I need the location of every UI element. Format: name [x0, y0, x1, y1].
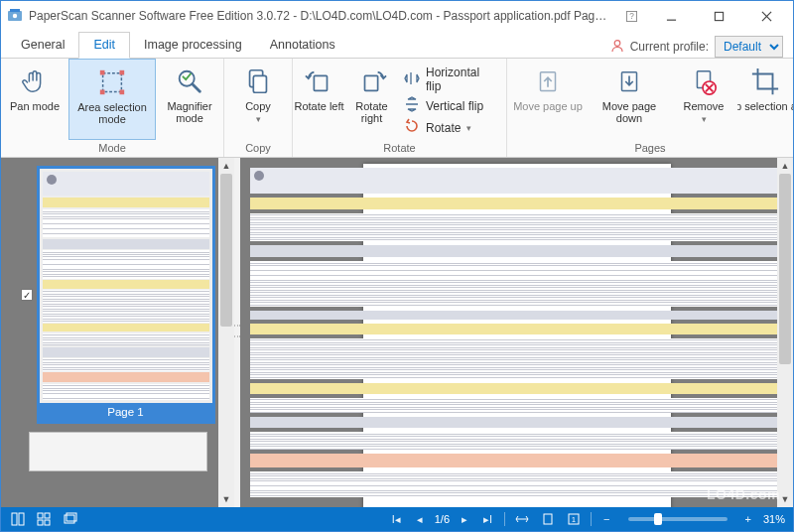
fit-page-icon[interactable]: [539, 510, 557, 528]
crop-icon: [750, 65, 780, 98]
title-bar: PaperScan Scanner Software Free Edition …: [1, 1, 793, 31]
move-page-down-button[interactable]: Move page down: [589, 59, 670, 140]
hand-icon: [20, 65, 50, 98]
profile-area: Current profile: Default: [610, 36, 793, 58]
chevron-down-icon: ▾: [256, 114, 261, 124]
rotate-left-button[interactable]: Rotate left: [293, 59, 345, 140]
content-area: ✓: [1, 158, 793, 507]
group-copy-label: Copy: [224, 140, 292, 157]
remove-page-button[interactable]: Remove ▾: [670, 59, 737, 140]
svg-text:1: 1: [572, 516, 576, 523]
group-copy: Copy ▾ Copy: [224, 59, 293, 157]
flip-h-icon: [404, 70, 420, 89]
view-single-icon[interactable]: [9, 510, 27, 528]
minimize-button[interactable]: [650, 2, 692, 30]
svg-line-16: [193, 84, 200, 92]
zoom-in-icon[interactable]: +: [741, 513, 755, 525]
chevron-down-icon: ▾: [466, 123, 471, 133]
scroll-down-icon[interactable]: ▼: [218, 491, 234, 507]
copy-label: Copy: [245, 100, 271, 112]
page-preview[interactable]: ▲ ▼: [240, 158, 793, 507]
nav-next-icon[interactable]: ▸: [458, 513, 471, 526]
thumbnail-scrollbar[interactable]: ▲ ▼: [218, 158, 234, 507]
rotate-right-icon: [357, 65, 387, 98]
svg-rect-11: [100, 70, 105, 75]
rotate-right-button[interactable]: Rotate right: [345, 59, 398, 140]
svg-rect-6: [715, 12, 723, 20]
svg-text:?: ?: [629, 12, 634, 21]
svg-rect-20: [364, 75, 377, 90]
page-down-label: Move page down: [589, 100, 670, 124]
tab-general[interactable]: General: [7, 33, 78, 58]
chevron-down-icon: ▾: [702, 114, 707, 124]
thumbnail-page-2-partial[interactable]: [29, 432, 207, 471]
horizontal-flip-button[interactable]: Horizontal flip: [404, 66, 496, 93]
group-mode: Pan mode Area selection mode Magnifier m…: [1, 59, 224, 157]
move-page-up-button[interactable]: Move page up: [507, 59, 589, 140]
help-icon[interactable]: ?: [618, 2, 644, 30]
zoom-slider[interactable]: [628, 517, 728, 521]
thumbnail-page-1[interactable]: Page 1: [37, 166, 215, 424]
magnifier-mode-label: Magnifier mode: [156, 100, 223, 124]
area-selection-mode-button[interactable]: Area selection mode: [68, 59, 156, 140]
ribbon: Pan mode Area selection mode Magnifier m…: [1, 59, 793, 158]
svg-rect-18: [253, 75, 266, 92]
area-mode-label: Area selection mode: [69, 101, 155, 125]
tab-annotations[interactable]: Annotations: [256, 33, 349, 58]
group-rotate: Rotate left Rotate right Horizontal flip…: [293, 59, 507, 157]
pan-mode-button[interactable]: Pan mode: [1, 59, 68, 140]
copy-button[interactable]: Copy ▾: [224, 59, 292, 140]
scroll-up-icon[interactable]: ▲: [777, 158, 793, 174]
tab-edit[interactable]: Edit: [78, 32, 130, 59]
vertical-flip-button[interactable]: Vertical flip: [404, 96, 496, 115]
tab-image-processing[interactable]: Image processing: [130, 33, 256, 58]
zoom-out-icon[interactable]: −: [599, 513, 613, 525]
svg-rect-29: [38, 513, 43, 518]
window-title: PaperScan Scanner Software Free Edition …: [29, 9, 612, 23]
svg-point-9: [614, 40, 620, 46]
area-select-icon: [97, 66, 127, 99]
status-bar: I◂ ◂ 1/6 ▸ ▸I 1 − + 31%: [1, 507, 793, 531]
zoom-value: 31%: [763, 513, 785, 525]
svg-rect-30: [45, 513, 50, 518]
page-up-icon: [533, 65, 563, 98]
group-mode-label: Mode: [1, 140, 223, 157]
copy-icon: [243, 65, 273, 98]
crop-selection-button[interactable]: Crop selection area: [737, 59, 793, 140]
app-icon: [7, 8, 23, 24]
group-pages: Move page up Move page down Remove ▾ Cro…: [507, 59, 793, 157]
svg-rect-27: [12, 513, 17, 525]
maximize-button[interactable]: [698, 2, 739, 30]
svg-rect-35: [544, 514, 552, 524]
thumbnail-checkbox[interactable]: ✓: [21, 289, 33, 301]
svg-rect-1: [10, 9, 20, 12]
group-rotate-label: Rotate: [293, 140, 506, 157]
flip-v-icon: [404, 96, 420, 115]
preview-scrollbar[interactable]: ▲ ▼: [777, 158, 793, 507]
pan-mode-label: Pan mode: [10, 100, 60, 112]
crop-label: Crop selection area: [737, 100, 793, 112]
nav-first-icon[interactable]: I◂: [388, 513, 405, 526]
profile-label: Current profile:: [630, 40, 709, 54]
scroll-up-icon[interactable]: ▲: [218, 158, 234, 174]
remove-icon: [689, 65, 719, 98]
zoom-actual-icon[interactable]: 1: [565, 510, 583, 528]
svg-rect-13: [100, 90, 105, 95]
fit-width-icon[interactable]: [513, 510, 531, 528]
page-canvas[interactable]: [363, 164, 671, 507]
view-thumb-icon[interactable]: [35, 510, 53, 528]
magnifier-mode-button[interactable]: Magnifier mode: [156, 59, 223, 140]
nav-last-icon[interactable]: ▸I: [479, 513, 496, 526]
page-up-label: Move page up: [513, 100, 583, 112]
nav-prev-icon[interactable]: ◂: [413, 513, 427, 526]
svg-rect-19: [314, 75, 327, 90]
rotate-menu-button[interactable]: Rotate ▾: [404, 118, 496, 137]
profile-select[interactable]: Default: [715, 36, 783, 58]
svg-rect-12: [120, 70, 125, 75]
watermark: LO4D.com: [707, 486, 780, 502]
magnifier-icon: [175, 65, 204, 98]
view-layers-icon[interactable]: [61, 510, 78, 528]
svg-rect-14: [120, 90, 125, 95]
close-button[interactable]: [745, 2, 787, 30]
group-pages-label: Pages: [507, 140, 793, 157]
